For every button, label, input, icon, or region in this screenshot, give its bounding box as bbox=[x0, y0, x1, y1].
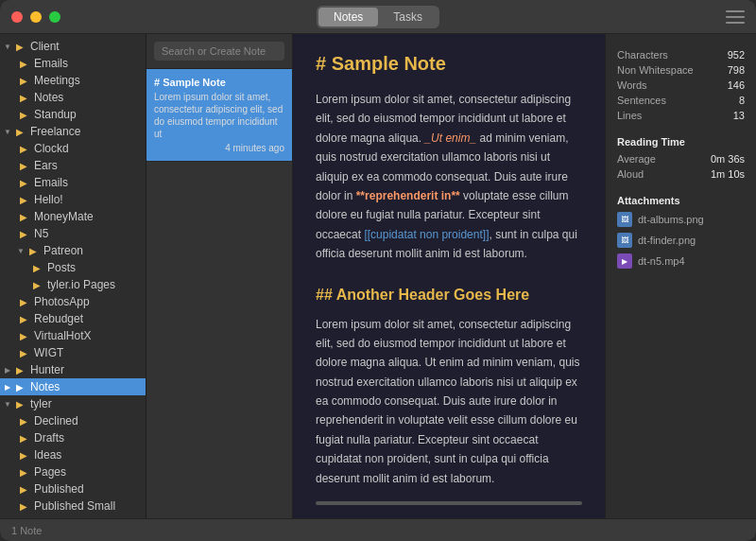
folder-icon: ▶ bbox=[17, 58, 30, 69]
sidebar-item-notes[interactable]: ▶ ▶ Notes bbox=[0, 378, 146, 395]
sidebar-item-label: Ideas bbox=[34, 448, 61, 462]
folder-icon: ▶ bbox=[17, 143, 30, 154]
sidebar-item-photosapp[interactable]: ▶ PhotosApp bbox=[0, 293, 146, 310]
stat-value: 1m 10s bbox=[711, 168, 745, 180]
attachment-item-2[interactable]: 🖼 dt-finder.png bbox=[617, 233, 745, 248]
note-editor[interactable]: # Sample Note Lorem ipsum dolor sit amet… bbox=[293, 34, 605, 518]
sidebar-item-virtualhot[interactable]: ▶ VirtualHotX bbox=[0, 327, 146, 344]
sidebar-item-label: Ears bbox=[34, 159, 58, 172]
close-button[interactable] bbox=[11, 11, 23, 23]
scrollbar-indicator bbox=[316, 501, 582, 505]
folder-icon: ▶ bbox=[17, 330, 30, 341]
sidebar-item-label: Hunter bbox=[30, 363, 64, 376]
note-paragraph-1: Lorem ipsum dolor sit amet, consectetur … bbox=[316, 90, 582, 264]
sidebar-item-rebudget[interactable]: ▶ Rebudget bbox=[0, 310, 146, 327]
folder-icon: ▶ bbox=[13, 41, 26, 52]
note-list: # Sample Note Lorem ipsum dolor sit amet… bbox=[146, 34, 293, 518]
note-time: 4 minutes ago bbox=[154, 143, 284, 153]
stat-value: 8 bbox=[739, 95, 745, 106]
tab-notes[interactable]: Notes bbox=[318, 8, 378, 26]
expand-icon: ▶ bbox=[4, 383, 11, 391]
sidebar-item-notes-client[interactable]: ▶ Notes bbox=[0, 89, 146, 106]
folder-icon: ▶ bbox=[17, 432, 30, 444]
folder-icon: ▶ bbox=[17, 160, 30, 171]
search-input[interactable] bbox=[154, 42, 284, 61]
sidebar-item-standup[interactable]: ▶ Standup bbox=[0, 106, 146, 123]
window-controls bbox=[11, 11, 60, 23]
folder-icon: ▶ bbox=[17, 296, 30, 307]
folder-icon: ▶ bbox=[17, 415, 30, 427]
sidebar-item-drafts[interactable]: ▶ Drafts bbox=[0, 429, 146, 446]
sidebar-item-label: Meetings bbox=[34, 74, 80, 87]
note-preview: Lorem ipsum dolor sit amet, consectetur … bbox=[154, 91, 284, 140]
tab-tasks[interactable]: Tasks bbox=[378, 8, 438, 26]
image-icon: 🖼 bbox=[617, 233, 632, 248]
sidebar-item-label: VirtualHotX bbox=[34, 329, 91, 342]
folder-icon: ▶ bbox=[30, 262, 43, 273]
sidebar-item-moneymate[interactable]: ▶ MoneyMate bbox=[0, 208, 146, 225]
stats-section: Characters 952 Non Whitespace 798 Words … bbox=[617, 49, 745, 121]
sidebar-item-label: Posts bbox=[47, 261, 76, 274]
sidebar-item-published-small[interactable]: ▶ Published Small bbox=[0, 497, 146, 515]
stat-value: 13 bbox=[733, 110, 745, 121]
main-layout: ▼ ▶ Client ▶ Emails ▶ Meetings ▶ Notes bbox=[0, 34, 756, 518]
note-content: # Sample Note Lorem ipsum dolor sit amet… bbox=[316, 53, 582, 505]
sidebar: ▼ ▶ Client ▶ Emails ▶ Meetings ▶ Notes bbox=[0, 34, 146, 518]
sidebar-item-posts[interactable]: ▶ Posts bbox=[0, 259, 146, 276]
sidebar-item-ideas[interactable]: ▶ Ideas bbox=[0, 446, 146, 463]
sidebar-item-pages[interactable]: ▶ Pages bbox=[0, 463, 146, 480]
sidebar-item-hello[interactable]: ▶ Hello! bbox=[0, 191, 146, 208]
sidebar-item-label: Published bbox=[34, 482, 84, 496]
stat-label: Words bbox=[617, 79, 647, 91]
sidebar-item-label: Notes bbox=[30, 380, 60, 393]
expand-icon: ▼ bbox=[17, 247, 25, 254]
folder-icon: ▶ bbox=[17, 75, 30, 86]
sidebar-toggle-icon[interactable] bbox=[726, 10, 745, 24]
sidebar-item-n5[interactable]: ▶ N5 bbox=[0, 225, 146, 242]
sidebar-item-label: Patreon bbox=[43, 244, 83, 257]
titlebar: Notes Tasks bbox=[0, 0, 756, 34]
sidebar-item-tyler-pages[interactable]: ▶ tyler.io Pages bbox=[0, 276, 146, 293]
sidebar-item-patreon[interactable]: ▼ ▶ Patreon bbox=[0, 242, 146, 259]
stat-value: 0m 36s bbox=[711, 153, 745, 165]
expand-icon: ▶ bbox=[4, 366, 11, 374]
para1-link: [[cupidatat non proident]] bbox=[364, 228, 489, 241]
sidebar-item-label: tyler.io Pages bbox=[47, 278, 115, 291]
note-search-area bbox=[146, 34, 292, 69]
maximize-button[interactable] bbox=[49, 11, 60, 23]
sidebar-item-label: Published Small bbox=[34, 499, 115, 513]
stat-aloud: Aloud 1m 10s bbox=[617, 168, 745, 180]
attachment-item-3[interactable]: ▶ dt-n5.mp4 bbox=[617, 253, 745, 269]
sidebar-item-emails2[interactable]: ▶ Emails bbox=[0, 174, 146, 191]
note-heading-1: # Sample Note bbox=[316, 53, 582, 75]
sidebar-item-label: Freelance bbox=[30, 125, 80, 138]
sidebar-item-meetings[interactable]: ▶ Meetings bbox=[0, 72, 146, 89]
sidebar-item-clockd[interactable]: ▶ Clockd bbox=[0, 140, 146, 157]
sidebar-item-declined[interactable]: ▶ Declined bbox=[0, 412, 146, 429]
tab-group: Notes Tasks bbox=[317, 6, 439, 28]
folder-icon: ▶ bbox=[17, 313, 30, 324]
sidebar-item-published[interactable]: ▶ Published bbox=[0, 480, 146, 497]
sidebar-item-freelance[interactable]: ▼ ▶ Freelance bbox=[0, 123, 146, 140]
stat-characters: Characters 952 bbox=[617, 49, 745, 61]
minimize-button[interactable] bbox=[30, 11, 42, 23]
attachment-item-1[interactable]: 🖼 dt-albums.png bbox=[617, 212, 745, 227]
note-item[interactable]: # Sample Note Lorem ipsum dolor sit amet… bbox=[146, 69, 292, 162]
folder-icon: ▶ bbox=[17, 92, 30, 103]
sidebar-item-wigt[interactable]: ▶ WIGT bbox=[0, 344, 146, 361]
stat-label: Aloud bbox=[617, 168, 644, 180]
folder-icon: ▶ bbox=[17, 500, 30, 512]
sidebar-item-hunter[interactable]: ▶ ▶ Hunter bbox=[0, 361, 146, 378]
sidebar-item-client[interactable]: ▼ ▶ Client bbox=[0, 38, 146, 55]
sidebar-item-label: Client bbox=[30, 40, 60, 53]
folder-icon: ▶ bbox=[17, 194, 30, 205]
sidebar-item-tyler[interactable]: ▼ ▶ tyler bbox=[0, 395, 146, 412]
note-title: # Sample Note bbox=[154, 77, 284, 88]
para1-bold: **reprehenderit in** bbox=[356, 189, 460, 202]
sidebar-item-ears[interactable]: ▶ Ears bbox=[0, 157, 146, 174]
folder-icon: ▶ bbox=[13, 381, 26, 393]
note-heading-2: ## Another Header Goes Here bbox=[316, 287, 582, 304]
sidebar-item-emails[interactable]: ▶ Emails bbox=[0, 55, 146, 72]
folder-icon: ▶ bbox=[17, 466, 30, 478]
attachment-name: dt-n5.mp4 bbox=[638, 255, 685, 267]
